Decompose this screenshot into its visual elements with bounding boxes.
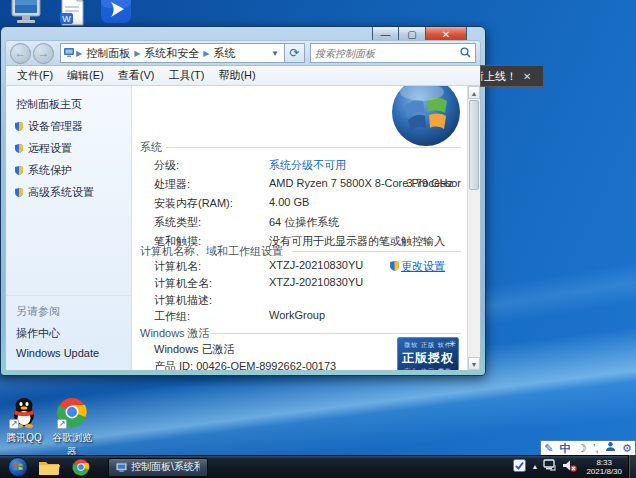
refresh-button[interactable]: ⟳ xyxy=(285,43,305,63)
processor-clock: 3.79 GHz xyxy=(407,177,453,189)
windows-flag-icon xyxy=(12,461,24,473)
clock-time: 8:33 xyxy=(586,458,622,467)
row-label: 计算机名: xyxy=(154,259,201,274)
show-desktop-button[interactable] xyxy=(628,455,636,478)
change-settings-label: 更改设置 xyxy=(401,259,445,274)
taskbar-chrome-button[interactable] xyxy=(68,457,94,477)
ime-settings-gear-icon[interactable]: ⚙ xyxy=(622,441,632,455)
breadcrumb-system-security[interactable]: 系统和安全 xyxy=(141,46,202,61)
breadcrumb-control-panel[interactable]: 控制面板 xyxy=(83,46,133,61)
product-id: 产品 ID: 00426-OEM-8992662-00173 xyxy=(154,359,336,371)
row-value: XTZJ-20210830YU xyxy=(269,276,363,288)
chrome-icon xyxy=(72,458,90,476)
sidebar-item-label: 系统保护 xyxy=(28,164,72,176)
sidebar-item-device-manager[interactable]: 设备管理器 xyxy=(6,116,131,137)
ime-chinese-icon[interactable]: 中 xyxy=(560,441,571,455)
ime-fullwidth-moon-icon[interactable]: ☽ xyxy=(577,441,587,455)
sidebar-item-label: 远程设置 xyxy=(28,142,72,154)
show-hidden-icons-button[interactable]: ▲ xyxy=(531,463,538,470)
popup-notification[interactable]: 新上线！ ✕ xyxy=(480,65,544,87)
sidebar-item-label: 高级系统设置 xyxy=(28,186,94,198)
scroll-down-icon[interactable]: ▼ xyxy=(468,357,480,370)
row-value: WorkGroup xyxy=(269,309,325,321)
ime-user-icon[interactable] xyxy=(605,441,616,455)
computer-window-icon xyxy=(116,462,127,473)
row-label: 分级: xyxy=(154,158,179,173)
desktop-icon-chrome[interactable]: ↗ 谷歌浏览器 xyxy=(52,396,92,459)
scroll-up-icon[interactable]: ▲ xyxy=(468,86,480,99)
network-icon[interactable] xyxy=(543,459,557,474)
sidebar: 控制面板主页 设备管理器 远程设置 系统保护 高级系统设置 xyxy=(6,86,132,370)
menu-edit[interactable]: 编辑(E) xyxy=(60,66,111,85)
shortcut-arrow-icon: ↗ xyxy=(9,419,19,429)
folder-icon xyxy=(38,459,60,476)
breadcrumb-system[interactable]: 系统 xyxy=(210,46,238,61)
desktop-icon-video-player[interactable] xyxy=(96,0,136,28)
scrollbar-thumb[interactable] xyxy=(469,100,479,190)
start-button[interactable] xyxy=(8,457,28,477)
vertical-scrollbar[interactable]: ▲ ▼ xyxy=(467,86,480,370)
rating-link[interactable]: 系统分级不可用 xyxy=(269,158,346,173)
menu-file[interactable]: 文件(F) xyxy=(10,66,60,85)
address-bar[interactable]: ▶ 控制面板 ▶ 系统和安全 ▶ 系统 ▼ xyxy=(60,43,285,63)
sidebar-item-windows-update[interactable]: Windows Update xyxy=(6,344,131,362)
desktop: W ↗ 腾讯 xyxy=(0,0,636,478)
sidebar-item-advanced-settings[interactable]: 高级系统设置 xyxy=(6,182,131,203)
section-rule xyxy=(166,147,461,148)
sidebar-item-system-protection[interactable]: 系统保护 xyxy=(6,160,131,181)
section-rule xyxy=(212,333,461,334)
tray-ime-icon[interactable] xyxy=(513,459,526,474)
uac-shield-icon xyxy=(15,187,23,199)
back-button[interactable]: ← xyxy=(10,43,31,64)
task-button-label: 控制面板\系统和... xyxy=(131,460,200,474)
volume-muted-icon[interactable] xyxy=(562,459,577,474)
taskbar-explorer-button[interactable] xyxy=(36,457,62,477)
see-also-header: 另请参阅 xyxy=(6,302,131,323)
row-label: 计算机描述: xyxy=(154,293,212,308)
desktop-icon-qq[interactable]: ↗ 腾讯QQ xyxy=(4,396,44,445)
forward-button[interactable]: → xyxy=(33,43,54,64)
row-label: 工作组: xyxy=(154,309,190,324)
uac-shield-icon xyxy=(15,165,23,177)
section-title-computer-name: 计算机名称、域和工作组设置 xyxy=(140,244,283,259)
workgroup-row: 工作组: WorkGroup xyxy=(132,309,467,326)
row-value: 没有可用于此显示器的笔或触控输入 xyxy=(269,234,445,249)
address-dropdown-icon[interactable]: ▼ xyxy=(268,49,282,58)
ime-punctuation-icon[interactable]: ’, xyxy=(593,441,599,455)
uac-shield-icon xyxy=(390,261,399,273)
search-icon[interactable] xyxy=(456,47,475,60)
ime-pen-icon[interactable]: ✎ xyxy=(544,441,553,455)
breadcrumb-separator: ▶ xyxy=(133,49,141,58)
desktop-icon-document[interactable]: W xyxy=(52,0,92,28)
section-title-activation: Windows 激活 xyxy=(140,326,210,341)
sidebar-item-action-center[interactable]: 操作中心 xyxy=(6,323,131,344)
change-settings-link[interactable]: 更改设置 xyxy=(390,259,445,274)
menu-help[interactable]: 帮助(H) xyxy=(211,66,262,85)
menu-tools[interactable]: 工具(T) xyxy=(161,66,211,85)
row-label: 处理器: xyxy=(154,177,190,192)
breadcrumb-separator: ▶ xyxy=(202,49,210,58)
search-input[interactable] xyxy=(311,48,456,59)
sidebar-item-remote-settings[interactable]: 远程设置 xyxy=(6,138,131,159)
breadcrumb-separator: ▶ xyxy=(75,49,83,58)
desktop-icon-computer[interactable] xyxy=(6,0,46,28)
document-icon: W xyxy=(57,0,87,28)
video-player-icon xyxy=(99,0,133,28)
row-value: XTZJ-20210830YU xyxy=(269,259,363,271)
taskbar-clock[interactable]: 8:33 2021/8/30 xyxy=(582,458,626,476)
main-content: 系统 分级: 系统分级不可用 处理器: AMD Ryzen 7 5800X 8-… xyxy=(132,86,467,370)
sidebar-see-also-group: 另请参阅 操作中心 Windows Update xyxy=(6,295,131,362)
language-bar: ✎ 中 ☽ ’, ⚙ xyxy=(540,440,636,456)
sidebar-item-control-panel-home[interactable]: 控制面板主页 xyxy=(6,94,131,115)
genuine-windows-badge[interactable]: ✳ 微软 正版 软件 正版授权 安全 稳定 声誉 xyxy=(397,337,459,371)
system-row-type: 系统类型: 64 位操作系统 xyxy=(132,215,467,232)
chrome-icon: ↗ xyxy=(56,396,88,430)
taskbar-task-control-panel[interactable]: 控制面板\系统和... xyxy=(108,458,208,477)
system-row-ram: 安装内存(RAM): 4.00 GB xyxy=(132,196,467,213)
row-label: 计算机全名: xyxy=(154,276,212,291)
computer-description-row: 计算机描述: xyxy=(132,293,467,310)
badge-star-icon: ✳ xyxy=(448,339,456,349)
menu-view[interactable]: 查看(V) xyxy=(111,66,162,85)
notification-close-icon[interactable]: ✕ xyxy=(523,71,531,82)
system-window: — ▢ ✕ ← → ▶ 控制面板 ▶ 系统和安全 ▶ 系统 ▼ ⟳ xyxy=(0,26,486,376)
